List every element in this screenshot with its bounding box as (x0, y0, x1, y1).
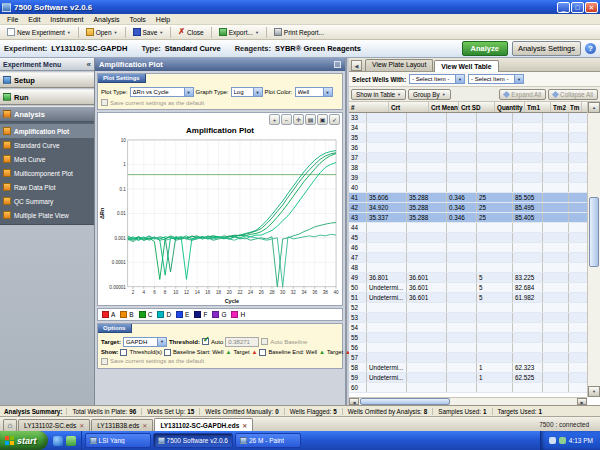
column-header[interactable]: Tm1 (525, 102, 551, 112)
column-header[interactable]: Tm (568, 102, 582, 112)
save-button[interactable]: Save ▼ (129, 26, 168, 38)
options-tab[interactable]: Options (98, 324, 132, 333)
amplification-plot-chart[interactable]: 2468101214161820222426283032343638401010… (98, 136, 342, 305)
document-tab[interactable]: LY131102-SC.eds ✕ (18, 419, 90, 431)
table-row[interactable]: 35 (349, 133, 587, 143)
auto-threshold-checkbox[interactable]: ✓ (202, 338, 209, 345)
table-row[interactable]: 33 (349, 113, 587, 123)
auto-baseline-checkbox[interactable] (261, 338, 268, 345)
panel-tab[interactable]: View Well Table (434, 60, 498, 72)
volume-icon[interactable] (549, 437, 556, 444)
save-default-checkbox[interactable] (101, 99, 108, 106)
sidebar-section-run[interactable]: Run (0, 89, 94, 105)
zoom-out-icon[interactable]: − (281, 114, 292, 125)
table-row[interactable]: 60 (349, 383, 587, 393)
table-row[interactable]: 56 (349, 343, 587, 353)
minimize-button[interactable]: _ (557, 2, 570, 13)
analysis-submenu-item[interactable]: Melt Curve (0, 152, 94, 166)
scroll-down-icon[interactable]: ▼ (588, 386, 600, 397)
legend-item[interactable]: B (120, 311, 133, 318)
menu-item[interactable]: Edit (23, 16, 45, 23)
close-tab-icon[interactable]: ✕ (242, 422, 247, 429)
pan-icon[interactable]: ✛ (293, 114, 304, 125)
legend-item[interactable]: A (102, 311, 115, 318)
menu-item[interactable]: Tools (125, 16, 151, 23)
legend-item[interactable]: H (231, 311, 245, 318)
table-row[interactable]: 58 Undetermi... 1 62.323 (349, 363, 587, 373)
start-button[interactable]: start (0, 431, 48, 450)
column-header[interactable]: Crt Mean (429, 102, 459, 112)
column-header[interactable]: Crt (389, 102, 429, 112)
analysis-submenu-item[interactable]: Raw Data Plot (0, 180, 94, 194)
graph-type-select[interactable]: Log ▼ (231, 87, 263, 97)
collapse-sidebar-button[interactable]: « (87, 60, 91, 69)
print-icon[interactable]: ▤ (305, 114, 316, 125)
legend-item[interactable]: F (194, 311, 207, 318)
menu-item[interactable]: Instrument (45, 16, 88, 23)
legend-item[interactable]: G (212, 311, 226, 318)
table-row[interactable]: 34 (349, 123, 587, 133)
table-row[interactable]: 47 (349, 253, 587, 263)
copy-icon[interactable]: ▣ (317, 114, 328, 125)
analysis-submenu-item[interactable]: QC Summary (0, 194, 94, 208)
scroll-left-icon[interactable]: ◀ (349, 398, 359, 405)
baseline-end-checkbox[interactable] (259, 349, 266, 356)
analysis-submenu-item[interactable]: Multiple Plate View (0, 208, 94, 222)
menu-item[interactable]: Help (151, 16, 175, 23)
panel-tab[interactable]: View Plate Layout (365, 59, 433, 71)
legend-item[interactable]: E (176, 311, 189, 318)
export-button[interactable]: Export... ▼ (215, 26, 263, 38)
chart-settings-icon[interactable]: ✓ (329, 114, 340, 125)
table-row[interactable]: 49 36.801 36.601 5 83.225 (349, 273, 587, 283)
quick-launch-desktop-icon[interactable] (66, 436, 76, 446)
document-tab[interactable]: LY131B38.eds ✕ (91, 419, 153, 431)
table-row[interactable]: 42 34.920 35.288 0.346 25 85.495 (349, 203, 587, 213)
table-row[interactable]: 39 (349, 173, 587, 183)
sidebar-section-setup[interactable]: Setup (0, 72, 94, 88)
column-header[interactable]: # (349, 102, 389, 112)
print-report-button[interactable]: Print Report... (270, 26, 328, 38)
threshold-value-field[interactable] (225, 337, 259, 347)
close-tab-icon[interactable]: ✕ (79, 422, 84, 429)
table-row[interactable]: 37 (349, 153, 587, 163)
close-experiment-button[interactable]: ✗ Close (174, 26, 207, 38)
analysis-submenu-item[interactable]: Multicomponent Plot (0, 166, 94, 180)
save-default-checkbox[interactable] (101, 358, 108, 365)
help-icon[interactable]: ? (585, 43, 596, 54)
collapse-panel-button[interactable]: ◀ (351, 60, 362, 71)
column-header[interactable]: Quantity (495, 102, 525, 112)
table-row[interactable]: 40 (349, 183, 587, 193)
table-row[interactable]: 57 (349, 353, 587, 363)
scrollbar-thumb[interactable] (360, 398, 450, 405)
table-row[interactable]: 46 (349, 243, 587, 253)
analysis-submenu-item[interactable]: Standard Curve (0, 138, 94, 152)
table-row[interactable]: 50 Undetermi... 36.601 5 82.684 (349, 283, 587, 293)
table-row[interactable]: 54 (349, 323, 587, 333)
table-row[interactable]: 45 (349, 233, 587, 243)
table-row[interactable]: 52 (349, 303, 587, 313)
close-tab-icon[interactable]: ✕ (142, 422, 147, 429)
table-row[interactable]: 43 35.337 35.288 0.346 25 85.405 (349, 213, 587, 223)
table-row[interactable]: 51 Undetermi... 36.601 5 61.982 (349, 293, 587, 303)
close-button[interactable]: ✕ (585, 2, 598, 13)
analyze-button[interactable]: Analyze (462, 41, 508, 56)
network-icon[interactable] (559, 437, 566, 444)
group-by-button[interactable]: Group By ▼ (408, 89, 451, 100)
maximize-button[interactable]: □ (571, 2, 584, 13)
show-threshold-checkbox[interactable] (120, 349, 127, 356)
target-select[interactable]: GAPDH ▼ (123, 337, 167, 347)
sidebar-section-analysis[interactable]: Analysis (0, 106, 94, 122)
table-row[interactable]: 59 Undetermi... 1 62.525 (349, 373, 587, 383)
analysis-settings-button[interactable]: Analysis Settings (512, 41, 581, 56)
table-row[interactable]: 36 (349, 143, 587, 153)
table-row[interactable]: 55 (349, 333, 587, 343)
open-button[interactable]: Open ▼ (82, 26, 122, 38)
horizontal-scrollbar[interactable]: ◀ ▶ (349, 397, 587, 405)
column-header[interactable]: Tm2 (551, 102, 568, 112)
zoom-in-icon[interactable]: + (269, 114, 280, 125)
home-tab[interactable]: ⌂ (3, 419, 17, 431)
menu-item[interactable]: Analysis (88, 16, 124, 23)
column-header[interactable]: Crt SD (459, 102, 495, 112)
scroll-right-icon[interactable]: ▶ (577, 398, 587, 405)
legend-item[interactable]: D (157, 311, 171, 318)
